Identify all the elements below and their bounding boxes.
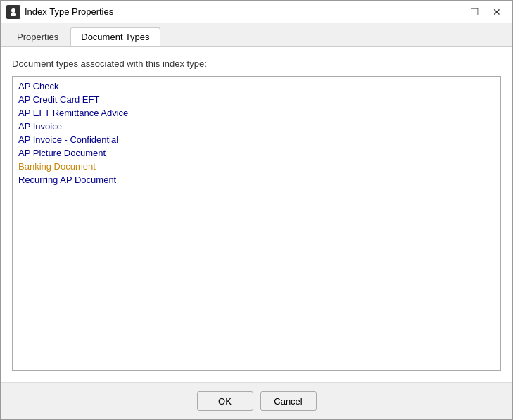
list-item[interactable]: AP Invoice - Confidential — [15, 133, 498, 146]
dialog-footer: OK Cancel — [1, 382, 512, 419]
ok-button[interactable]: OK — [197, 391, 253, 411]
main-content: Document types associated with this inde… — [1, 47, 512, 382]
document-type-list[interactable]: AP Check AP Credit Card EFT AP EFT Remit… — [12, 76, 501, 371]
maximize-button[interactable]: ☐ — [464, 4, 484, 20]
section-label: Document types associated with this inde… — [12, 58, 501, 69]
list-item[interactable]: Recurring AP Document — [15, 173, 498, 186]
tab-bar: Properties Document Types — [1, 23, 512, 47]
list-item[interactable]: AP Picture Document — [15, 146, 498, 160]
minimize-button[interactable]: — — [442, 4, 462, 20]
svg-rect-1 — [11, 13, 16, 16]
window-controls: — ☐ ✕ — [442, 4, 507, 20]
list-item[interactable]: AP EFT Remittance Advice — [15, 106, 498, 120]
dialog-window: Index Type Properties — ☐ ✕ Properties D… — [0, 0, 513, 420]
cancel-button[interactable]: Cancel — [260, 391, 317, 411]
list-item-banking[interactable]: Banking Document — [15, 160, 498, 173]
svg-point-0 — [11, 8, 15, 13]
window-title: Index Type Properties — [25, 6, 442, 17]
list-item[interactable]: AP Check — [15, 79, 498, 93]
tab-document-types[interactable]: Document Types — [70, 27, 160, 46]
title-bar: Index Type Properties — ☐ ✕ — [1, 1, 512, 23]
list-item[interactable]: AP Invoice — [15, 120, 498, 133]
app-icon — [6, 5, 20, 19]
list-item[interactable]: AP Credit Card EFT — [15, 93, 498, 106]
tab-properties[interactable]: Properties — [6, 27, 69, 46]
close-button[interactable]: ✕ — [487, 4, 507, 20]
